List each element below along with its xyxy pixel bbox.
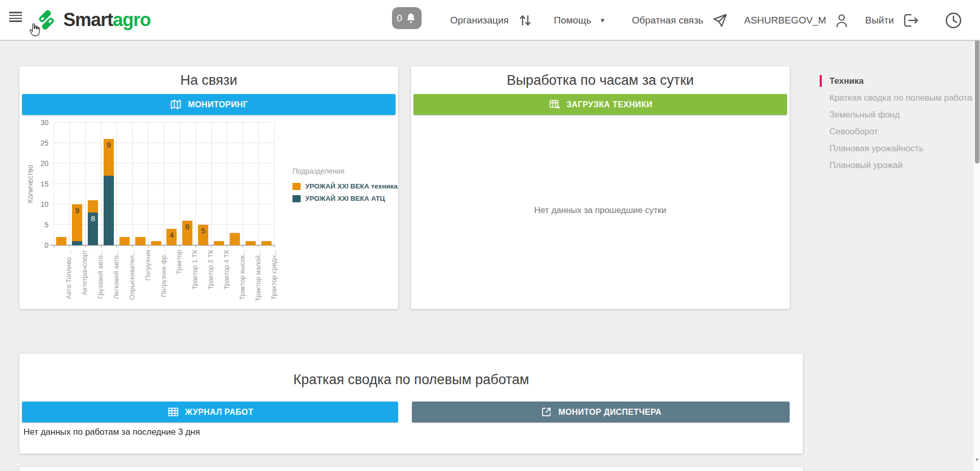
x-tick-mark [116, 245, 117, 248]
x-category-label: Трактор 1 ТК [191, 250, 199, 311]
gridline [164, 123, 164, 245]
sidebar-item-sevooborot[interactable]: Севооборот [817, 123, 973, 140]
sidebar-item-planovaya-urozhaynost[interactable]: Плановая урожайность [817, 140, 973, 157]
sidebar-item-planovy-urozhay[interactable]: Плановый урожай [817, 157, 973, 174]
notification-count: 0 [397, 13, 402, 24]
y-tick-label: 15 [27, 180, 48, 188]
x-category-label: Трактор 2 ТК [207, 250, 214, 311]
gridline [195, 123, 196, 245]
field-works-card-title: Краткая сводка по полевым работам [19, 372, 803, 388]
x-tick-mark [164, 245, 164, 248]
bar-segment: 8 [88, 213, 98, 245]
works-journal-button[interactable]: ЖУРНАЛ РАБОТ [22, 402, 398, 422]
bar-segment: 9 [104, 139, 114, 176]
online-card: На связи МОНИТОРИНГ Количество 989465 05… [19, 66, 398, 309]
gridline [132, 123, 133, 245]
x-tick-mark [148, 245, 149, 248]
gridline [242, 123, 243, 245]
gridline [101, 123, 102, 245]
equipment-load-button[interactable]: ЗАГРУЗКА ТЕХНИКИ [413, 94, 787, 115]
bar-segment: 9 [72, 204, 82, 241]
x-tick-mark [227, 245, 227, 248]
y-tick-label: 10 [27, 200, 48, 208]
x-tick-mark [69, 245, 70, 248]
scrollbar-down-arrow[interactable]: ▼ [973, 457, 980, 462]
x-category-label: Трактор малой... [254, 250, 262, 311]
equipment-load-button-label: ЗАГРУЗКА ТЕХНИКИ [567, 100, 653, 109]
load-table-icon [548, 98, 561, 111]
bar-value-label: 5 [198, 226, 208, 235]
gridline [180, 123, 180, 245]
output-card-title: Выработка по часам за сутки [411, 73, 790, 88]
legend-label: УРОЖАЙ XXI ВЕКА техника [305, 182, 398, 190]
bar-value-label: 4 [166, 230, 177, 239]
y-tick-label: 30 [27, 119, 48, 127]
output-empty-state-text: Нет данных за прошедшие сутки [411, 205, 790, 216]
x-tick-mark [180, 245, 180, 248]
dispatcher-monitor-button[interactable]: МОНИТОР ДИСПЕТЧЕРА [412, 402, 790, 422]
gridline [211, 123, 212, 245]
bar-segment [261, 241, 272, 245]
sidebar-item-tekhnika[interactable]: Техника [817, 73, 973, 89]
smartagro-logo[interactable]: Smartagro [34, 7, 151, 33]
feedback-label: Обратная связь [632, 15, 703, 26]
chart-x-axis [51, 245, 275, 246]
x-category-label: Опрыскивател... [128, 250, 136, 311]
smartagro-logo-icon [34, 7, 59, 33]
x-tick-mark [242, 245, 243, 248]
username-label: ASHURBEGOV_M [744, 15, 826, 26]
bar-segment: 5 [198, 225, 208, 245]
x-tick-mark [195, 245, 196, 248]
organization-menu-item[interactable]: Организация [450, 0, 533, 41]
gridline [258, 123, 259, 245]
gridline [116, 123, 117, 245]
sidebar-item-zemelny-fond[interactable]: Земельный фонд [817, 106, 973, 123]
x-category-label: Погрузчик фр... [160, 250, 167, 311]
x-category-label: Трактор [175, 250, 183, 311]
x-tick-mark [211, 245, 212, 248]
switch-organization-icon [517, 12, 533, 29]
fleet-chart: Количество 989465 051015202530 Подраздел… [19, 120, 398, 309]
notifications-button[interactable]: 0 [392, 7, 422, 29]
dispatcher-monitor-button-label: МОНИТОР ДИСПЕТЧЕРА [558, 408, 662, 417]
bar-segment [56, 237, 66, 245]
feedback-menu-item[interactable]: Обратная связь [632, 0, 728, 41]
hamburger-menu-icon[interactable] [9, 12, 22, 22]
bar-segment [135, 237, 145, 245]
gridline [85, 123, 86, 245]
bar-segment [151, 241, 161, 245]
help-menu-item[interactable]: Помощь ▼ [554, 0, 605, 41]
legend-marker [292, 183, 301, 190]
logout-menu-item[interactable]: Выйти [865, 0, 919, 41]
monitoring-button-label: МОНИТОРИНГ [188, 100, 248, 109]
bar-segment [246, 241, 256, 245]
user-icon [834, 12, 849, 29]
logout-label: Выйти [865, 15, 894, 26]
organization-label: Организация [450, 15, 509, 26]
x-category-label: Трактор средн... [270, 250, 278, 311]
bar-value-label: 9 [104, 140, 114, 149]
active-indicator [820, 75, 822, 87]
sidebar-item-svodka[interactable]: Краткая сводка по полевым работам [817, 89, 973, 106]
monitoring-button[interactable]: МОНИТОРИНГ [22, 94, 396, 115]
gridline [69, 123, 70, 245]
help-label: Помощь [554, 15, 591, 26]
history-clock-button[interactable] [944, 0, 963, 41]
bar-segment [104, 176, 114, 245]
bar-segment [88, 200, 98, 213]
legend-entry: УРОЖАЙ XXI ВЕКА техника [292, 182, 398, 190]
field-works-summary-card: Краткая сводка по полевым работам ЖУРНАЛ… [19, 354, 803, 454]
works-empty-state-text: Нет данных по работам за последние 3 дня [23, 427, 200, 437]
chart-plot-area: 989465 [54, 123, 274, 245]
bar-value-label: 9 [72, 206, 82, 215]
x-tick-mark [101, 245, 102, 248]
page-scrollbar[interactable]: ▲ ▼ [973, 0, 980, 471]
x-category-label: Трактор 4 ТК [223, 250, 230, 311]
user-menu-item[interactable]: ASHURBEGOV_M [744, 0, 849, 41]
map-icon [169, 98, 182, 111]
y-tick-label: 0 [27, 241, 48, 249]
external-link-icon [540, 406, 553, 418]
legend-label: УРОЖАЙ XXI ВЕКА АТЦ [305, 195, 385, 202]
next-card-top-edge [19, 467, 803, 471]
output-by-hours-card: Выработка по часам за сутки ЗАГРУЗКА ТЕХ… [411, 66, 790, 309]
